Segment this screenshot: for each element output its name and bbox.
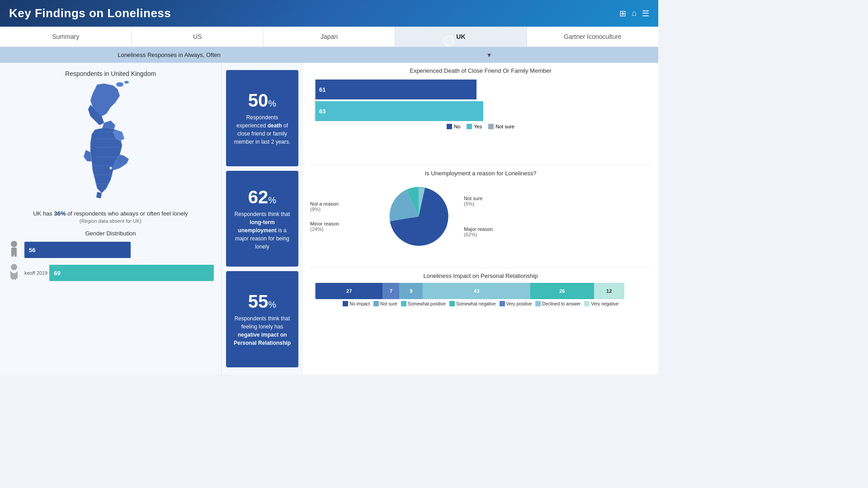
svg-point-9 [109,167,112,169]
stat-card-death: 50% Respondents experienced death of clo… [226,70,298,166]
personal-chart-section: Loneliness Impact on Personal Relationsh… [310,272,651,370]
gender-title: Gender Distribution [7,230,214,237]
stat-bignum-3: 55 [248,291,269,311]
death-bar-chart: 61 63 No Yes [310,78,651,131]
stat-card-personal: 55% Respondents think that feeling lonel… [226,271,298,367]
stat-pct-1: % [268,99,276,108]
stat-pct-2: % [268,195,276,205]
stat-num-1: 50% [248,90,276,111]
death-chart-title: Experienced Death of Close Friend Or Fam… [310,67,651,74]
label-somewhat-negative: Somewhat negative [456,301,496,306]
male-bar: 56 [24,242,131,258]
filter-dropdown-bar[interactable]: Loneliness Responses in Always, Often ▾ [0,47,658,63]
female-value: 69 [54,270,60,277]
legend-label-notsure: Not sure [495,124,514,129]
stat-desc-2: Respondents think that long-term unemplo… [231,210,293,251]
gender-row-female: keoff 2019 69 [7,263,214,283]
male-bar-container: 56 [24,242,214,258]
tab-japan[interactable]: Japan [264,27,395,47]
grid-icon[interactable]: ⊞ [619,9,626,19]
map-section: Respondents in United Kingdom [7,70,214,224]
stat-bignum-2: 62 [248,187,269,207]
legend-no-impact: No impact [343,301,370,306]
death-bar-no: 61 [316,80,651,99]
legend-notsure: Not sure [488,124,514,129]
svg-point-14 [11,264,17,270]
home-icon[interactable]: ⌂ [632,9,637,19]
legend-no: No [447,124,460,129]
stat-bignum-1: 50 [248,90,269,110]
death-no-value: 61 [319,86,326,93]
right-panel: Experienced Death of Close Friend Or Fam… [303,63,658,375]
personal-bar-row: 27 7 9 43 26 12 [316,283,651,299]
page-title: Key Findings on Loneliness [9,6,171,20]
svg-point-1 [124,81,129,84]
death-bar-yes: 63 [316,101,651,121]
label-declined: Declined to answer [542,301,580,306]
female-icon [7,263,21,283]
tab-us[interactable]: US [132,27,263,47]
personal-legend: No impact Not sure Somewhat positive Som… [310,301,651,306]
chevron-down-icon[interactable]: ▾ [329,51,649,59]
label-very-positive: Very positive [506,301,532,306]
dot-very-positive [500,301,505,306]
seg-not-sure: 9 [399,283,423,299]
dot-somewhat-negative [449,301,455,306]
svg-rect-16 [14,277,16,280]
seg-somewhat-positive: 43 [423,283,530,299]
svg-rect-12 [11,254,14,257]
unemployment-chart-title: Is Unemployment a reason for Loneliness? [310,170,651,177]
personal-chart-title: Loneliness Impact on Personal Relationsh… [310,272,651,279]
label-no-impact: No impact [349,301,370,306]
label-somewhat-positive: Somewhat positive [408,301,446,306]
legend-dot-no [447,124,452,129]
uk-map [61,80,160,206]
dot-very-negative [584,301,590,306]
legend-dot-notsure [488,124,494,129]
svg-rect-11 [11,248,17,255]
female-label: keoff 2019 [24,270,47,276]
app-header: Key Findings on Loneliness ⊞ ⌂ ☰ [0,0,658,27]
death-legend: No Yes Not sure [310,124,651,129]
tab-summary[interactable]: Summary [0,27,132,47]
stats-panel: 50% Respondents experienced death of clo… [222,63,303,375]
header-icon-group: ⊞ ⌂ ☰ [619,9,649,19]
death-bar-yes-fill: 63 [316,101,483,121]
legend-label-no: No [454,124,460,129]
legend-yes: Yes [467,124,482,129]
pie-labels-right: Not sure(5%) Major reason(62%) [464,196,527,237]
gender-section: Gender Distribution 56 [7,230,214,286]
unemployment-chart-section: Is Unemployment a reason for Loneliness?… [310,170,651,268]
menu-icon[interactable]: ☰ [642,9,649,19]
nav-tabs: Summary US Japan UK Gartner Iconoculture [0,27,658,47]
male-icon [7,240,21,260]
pie-labels-left: Not a reason(9%) Minor reason(24%) [310,201,373,232]
legend-not-sure-personal: Not sure [373,301,397,306]
tab-uk[interactable]: UK [395,27,527,47]
legend-label-yes: Yes [474,124,482,129]
svg-rect-13 [14,254,17,257]
tab-gartner[interactable]: Gartner Iconoculture [527,27,658,47]
pie-label-minorreason: Minor reason(24%) [310,221,373,232]
dot-no-impact [343,301,348,306]
map-caption: UK has 36% of respondents who always or … [33,209,188,218]
male-value: 56 [29,247,35,253]
unemployment-pie [378,180,459,253]
death-bar-no-fill: 61 [316,80,476,99]
pie-label-majorreason: Major reason(62%) [464,226,527,237]
stat-card-unemployment: 62% Respondents think that long-term une… [226,171,298,267]
death-chart-section: Experienced Death of Close Friend Or Fam… [310,67,651,165]
label-not-sure-personal: Not sure [380,301,397,306]
map-title: Respondents in United Kingdom [65,70,156,77]
pie-label-notreason: Not a reason(9%) [310,201,373,212]
left-panel: Respondents in United Kingdom [0,63,222,375]
stat-pct-3: % [268,300,276,310]
stat-desc-3: Respondents think that feeling lonely ha… [231,314,293,347]
svg-point-0 [116,82,123,87]
map-pct: 36% [54,210,66,217]
seg-no-impact: 27 [316,283,382,299]
stat-num-3: 55% [248,291,276,312]
stat-desc-1: Respondents experienced death of close f… [231,113,293,146]
map-caption-suffix: of respondents who always or often feel … [66,210,188,217]
personal-stacked-bar: 27 7 9 43 26 12 [315,283,651,299]
